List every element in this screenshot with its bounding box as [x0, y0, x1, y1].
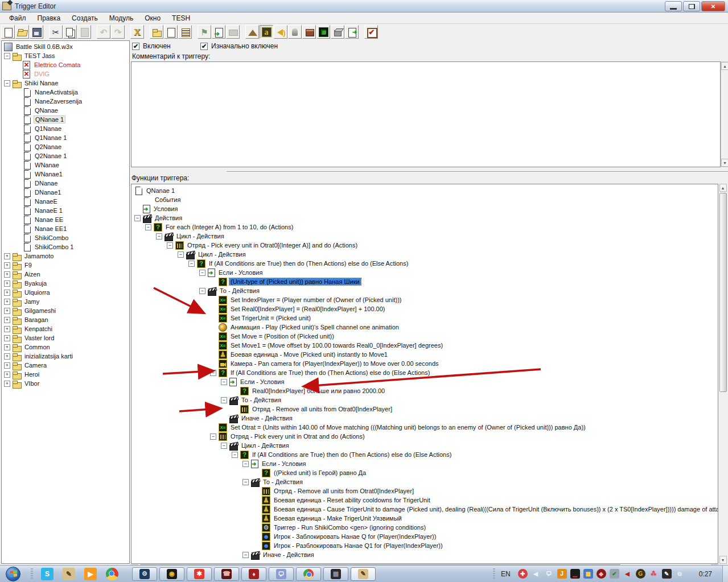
expand-plus-icon[interactable]: + — [4, 381, 10, 387]
expand-minus-icon[interactable]: − — [221, 397, 227, 403]
expand-plus-icon[interactable]: + — [4, 271, 10, 278]
panel-splitter[interactable] — [227, 171, 728, 172]
tree-item[interactable]: WNanae — [2, 160, 129, 170]
chrome-icon[interactable] — [106, 568, 118, 580]
task-discord-button[interactable]: 🗩 — [269, 567, 294, 581]
function-row[interactable]: −Отряд - Pick every unit in Otrat0[(Inte… — [131, 241, 718, 250]
tree-item[interactable]: Q1Nanae — [2, 124, 129, 133]
tablet-pen-icon[interactable]: ✎ — [662, 569, 672, 579]
function-row[interactable]: Условия — [131, 204, 718, 213]
function-row[interactable]: X=Set Move1 = (Move offset by 100.00 tow… — [131, 341, 718, 350]
function-row[interactable]: ?Real0[IndexPlayer] больше или равно 200… — [131, 386, 718, 395]
function-row[interactable]: −?If (All Conditions are True) then do (… — [131, 259, 718, 268]
function-row[interactable]: −То - Действия — [131, 286, 718, 295]
trigger-tree-panel[interactable]: Battle Skill 0.6B.w3x−TEST Jass✕Elettric… — [1, 40, 130, 564]
enabled-checkbox[interactable]: ✔ — [132, 43, 139, 50]
tree-item[interactable]: QNanae 1 — [2, 115, 129, 124]
menu-файл[interactable]: Файл — [3, 13, 32, 23]
tree-item[interactable]: Battle Skill 0.6B.w3x — [2, 42, 129, 51]
initially-on-checkbox[interactable]: ✔ — [200, 43, 208, 50]
molecule-icon[interactable]: ⁂ — [649, 569, 659, 579]
function-row[interactable]: −Действия — [131, 213, 718, 222]
world-editor-icon[interactable]: ✎ — [63, 568, 75, 580]
expand-plus-icon[interactable]: + — [4, 317, 10, 323]
object-editor-button[interactable] — [288, 25, 302, 39]
tree-item[interactable]: +Heroi — [2, 370, 129, 379]
skype-icon[interactable]: S — [41, 568, 54, 580]
function-row[interactable]: Иначе - Действия — [131, 414, 718, 423]
tree-item[interactable]: −TEST Jass — [2, 51, 129, 60]
expand-minus-icon[interactable]: − — [210, 370, 216, 376]
expand-plus-icon[interactable]: + — [4, 362, 10, 369]
open-map-button[interactable] — [15, 25, 29, 39]
tree-item[interactable]: +Kenpatchi — [2, 324, 129, 333]
media-player-icon[interactable]: ▶ — [84, 568, 97, 580]
function-row[interactable]: −Если - Условия — [131, 459, 718, 468]
tree-item[interactable]: Q1Nanae 1 — [2, 133, 129, 142]
clock[interactable]: 0:27 — [699, 570, 712, 578]
expand-minus-icon[interactable]: − — [242, 479, 249, 485]
function-row[interactable]: −?If (All Conditions are True) then do (… — [131, 368, 718, 377]
function-row[interactable]: События — [131, 195, 718, 204]
campaign-editor-button[interactable] — [302, 25, 316, 39]
expand-minus-icon[interactable]: − — [134, 215, 141, 221]
tree-item[interactable]: +Byakuja — [2, 279, 129, 288]
tree-item[interactable]: DNanae — [2, 179, 129, 188]
discord-tray-icon[interactable]: 🗩 — [544, 569, 554, 579]
tree-item[interactable]: +Common — [2, 342, 129, 352]
tree-item[interactable]: WNanae1 — [2, 170, 129, 179]
restore-button[interactable] — [683, 1, 700, 11]
function-row[interactable]: X=Set Move = (Position of (Picked unit)) — [131, 332, 718, 341]
expand-plus-icon[interactable]: + — [4, 280, 10, 287]
usb-safe-remove-icon[interactable]: ✔ — [610, 569, 619, 579]
tree-item[interactable]: +Ulquiorra — [2, 288, 129, 297]
function-row[interactable]: −Иначе - Действия — [131, 550, 718, 559]
expand-plus-icon[interactable]: + — [4, 344, 10, 350]
tree-item[interactable]: +Vaster lord — [2, 333, 129, 342]
java-icon[interactable]: J — [557, 569, 567, 579]
function-row[interactable]: ⚙Триггер - Run ShikiCombo <gen> (ignorin… — [131, 523, 718, 532]
close-button[interactable]: ✕ — [701, 1, 725, 11]
function-row[interactable]: X=Set IndexPlayer = (Player number of (O… — [131, 295, 718, 304]
function-row[interactable]: −Отряд - Pick every unit in Otrat and do… — [131, 432, 718, 441]
function-row[interactable]: −Цикл - Действия — [131, 441, 718, 450]
expand-minus-icon[interactable]: − — [4, 53, 10, 59]
function-row[interactable]: −Если - Условия — [131, 377, 718, 386]
expand-plus-icon[interactable]: + — [4, 308, 10, 314]
tree-item[interactable]: +Jamy — [2, 297, 129, 306]
expand-minus-icon[interactable]: − — [145, 224, 151, 230]
menu-создать[interactable]: Создать — [66, 13, 104, 23]
functions-vertical-scrollbar[interactable]: ▲ ▼ — [718, 184, 727, 564]
redo-button[interactable]: ↷ — [111, 25, 125, 39]
tree-item[interactable]: ShikiCombo — [2, 233, 129, 242]
ai-editor-button[interactable] — [316, 25, 330, 39]
expand-minus-icon[interactable]: − — [199, 288, 205, 294]
new-trigger-button[interactable] — [164, 25, 178, 39]
expand-minus-icon[interactable]: − — [232, 452, 238, 458]
terrain-editor-button[interactable] — [245, 25, 259, 39]
function-row[interactable]: Камера - Pan camera for (Player(IndexPla… — [131, 359, 718, 368]
expand-plus-icon[interactable]: + — [4, 372, 10, 378]
menu-правка[interactable]: Правка — [32, 13, 67, 23]
sound-editor-button[interactable] — [274, 25, 287, 39]
function-row[interactable]: ♟Боевая единица - Cause TrigerUnit to da… — [131, 505, 718, 514]
tree-item[interactable]: −Shiki Nanae — [2, 79, 129, 88]
trigger-editor-button[interactable]: a — [260, 25, 273, 39]
gold-shield-icon[interactable]: G — [636, 569, 645, 579]
function-row[interactable]: QNanae 1 — [131, 186, 718, 195]
expand-plus-icon[interactable]: + — [4, 353, 10, 360]
comment-scrollbar[interactable]: ▲ ▼ — [721, 61, 728, 167]
scroll-up-icon[interactable]: ▲ — [719, 184, 727, 192]
function-row[interactable]: ☻Игрок - Заблокировать Нанае Q for (Play… — [131, 532, 718, 541]
tree-item[interactable]: NanaeE — [2, 197, 129, 206]
expand-minus-icon[interactable]: − — [210, 434, 216, 440]
red-cluster-icon[interactable]: ✚ — [518, 569, 528, 579]
function-row[interactable]: ?(Unit-type of (Picked unit)) равно Нана… — [131, 277, 718, 286]
function-row[interactable]: X=Set Real0[IndexPlayer] = (Real0[IndexP… — [131, 304, 718, 313]
function-row[interactable]: −Цикл - Действия — [131, 232, 718, 241]
delete-button[interactable]: X — [130, 25, 144, 39]
object-manager-button[interactable] — [331, 25, 344, 39]
function-row[interactable]: Отряд - Remove all units from Otrat0[Ind… — [131, 404, 718, 414]
expand-minus-icon[interactable]: − — [167, 242, 173, 249]
menu-tesh[interactable]: TESH — [166, 13, 196, 23]
